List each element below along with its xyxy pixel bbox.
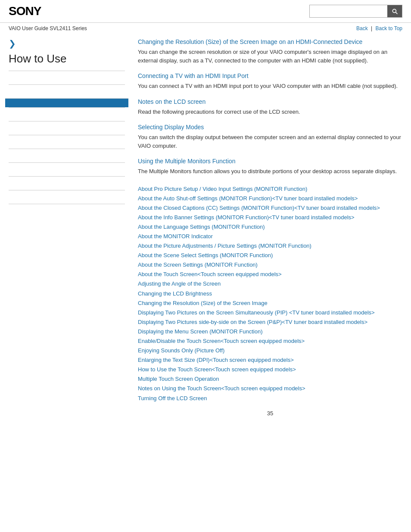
back-link[interactable]: Back — [356, 25, 368, 31]
content-section-2: Connecting a TV with an HDMI Input PortY… — [138, 72, 402, 90]
search-button[interactable] — [387, 5, 402, 17]
search-icon — [391, 8, 398, 15]
content-link-10[interactable]: About the Touch Screen<Touch screen equi… — [138, 270, 402, 279]
section-body-3: Read the following precautions for corre… — [138, 108, 402, 116]
guide-title: VAIO User Guide SVL2411 Series — [9, 25, 87, 31]
page-number: 35 — [138, 410, 402, 417]
back-to-top-link[interactable]: Back to Top — [376, 25, 402, 31]
sidebar-item — [9, 204, 125, 218]
search-area — [309, 5, 402, 18]
main-layout: ❯ How to Use Changing the Resolution (Si… — [0, 34, 411, 421]
content-section-5: Using the Multiple Monitors FunctionThe … — [138, 158, 402, 176]
content-link-3[interactable]: About the Closed Captions (CC) Settings … — [138, 203, 402, 213]
content-link-2[interactable]: About the Auto Shut-off Settings (MONITO… — [138, 194, 402, 203]
section-title-3[interactable]: Notes on the LCD screen — [138, 98, 402, 105]
content-link-20[interactable]: How to Use the Touch Screen<Touch screen… — [138, 365, 402, 374]
content-area: Changing the Resolution (Size) of the Sc… — [134, 38, 402, 417]
content-link-9[interactable]: About the Screen Settings (MONITOR Funct… — [138, 260, 402, 270]
content-link-19[interactable]: Enlarging the Text Size (DPI)<Touch scre… — [138, 355, 402, 365]
section-title-2[interactable]: Connecting a TV with an HDMI Input Port — [138, 72, 402, 79]
subheader: VAIO User Guide SVL2411 Series Back | Ba… — [0, 23, 411, 34]
sidebar-title: How to Use — [9, 52, 125, 65]
section-title-5[interactable]: Using the Multiple Monitors Function — [138, 158, 402, 165]
sidebar-item — [9, 71, 125, 84]
sidebar-item-active[interactable] — [5, 98, 128, 107]
page-header: SONY — [0, 0, 411, 23]
sidebar-item — [9, 190, 125, 204]
sidebar: ❯ How to Use — [9, 38, 134, 417]
sony-logo: SONY — [9, 4, 41, 18]
content-link-11[interactable]: Adjusting the Angle of the Screen — [138, 279, 402, 289]
sidebar-item — [9, 84, 125, 98]
content-link-7[interactable]: About the Picture Adjustments / Picture … — [138, 241, 402, 251]
sidebar-item — [9, 149, 125, 162]
content-link-4[interactable]: About the Info Banner Settings (MONITOR … — [138, 213, 402, 222]
section-body-5: The Multiple Monitors function allows yo… — [138, 167, 402, 176]
content-link-14[interactable]: Displaying Two Pictures on the Screen Si… — [138, 308, 402, 317]
sidebar-item — [9, 176, 125, 190]
section-title-1[interactable]: Changing the Resolution (Size) of the Sc… — [138, 38, 402, 45]
content-link-1[interactable]: About Pro Picture Setup / Video Input Se… — [138, 184, 402, 194]
content-link-15[interactable]: Displaying Two Pictures side-by-side on … — [138, 317, 402, 327]
content-link-12[interactable]: Changing the LCD Brightness — [138, 289, 402, 299]
nav-separator: | — [371, 25, 372, 31]
sidebar-item — [9, 135, 125, 149]
content-link-21[interactable]: Multiple Touch Screen Operation — [138, 374, 402, 384]
content-link-22[interactable]: Notes on Using the Touch Screen<Touch sc… — [138, 384, 402, 393]
content-link-17[interactable]: Enable/Disable the Touch Screen<Touch sc… — [138, 336, 402, 346]
content-link-18[interactable]: Enjoying Sounds Only (Picture Off) — [138, 346, 402, 355]
sidebar-item — [9, 121, 125, 135]
nav-links: Back | Back to Top — [356, 25, 402, 31]
search-input[interactable] — [310, 5, 387, 17]
content-link-13[interactable]: Changing the Resolution (Size) of the Sc… — [138, 299, 402, 308]
section-body-1: You can change the screen resolution or … — [138, 48, 402, 65]
section-body-4: You can switch the display output betwee… — [138, 133, 402, 150]
content-link-8[interactable]: About the Scene Select Settings (MONITOR… — [138, 251, 402, 260]
content-section-4: Selecting Display ModesYou can switch th… — [138, 124, 402, 150]
section-title-4[interactable]: Selecting Display Modes — [138, 124, 402, 131]
content-link-6[interactable]: About the MONITOR Indicator — [138, 232, 402, 241]
sidebar-item — [9, 107, 125, 121]
content-link-23[interactable]: Turning Off the LCD Screen — [138, 394, 402, 403]
sidebar-arrow: ❯ — [9, 38, 125, 49]
content-link-5[interactable]: About the Language Settings (MONITOR Fun… — [138, 222, 402, 232]
sidebar-item — [9, 162, 125, 176]
content-section-1: Changing the Resolution (Size) of the Sc… — [138, 38, 402, 65]
links-list: About Pro Picture Setup / Video Input Se… — [138, 184, 402, 403]
sections-container: Changing the Resolution (Size) of the Sc… — [138, 38, 402, 176]
content-section-3: Notes on the LCD screenRead the followin… — [138, 98, 402, 116]
section-body-2: You can connect a TV with an HDMI input … — [138, 82, 402, 90]
content-link-16[interactable]: Displaying the Menu Screen (MONITOR Func… — [138, 327, 402, 336]
